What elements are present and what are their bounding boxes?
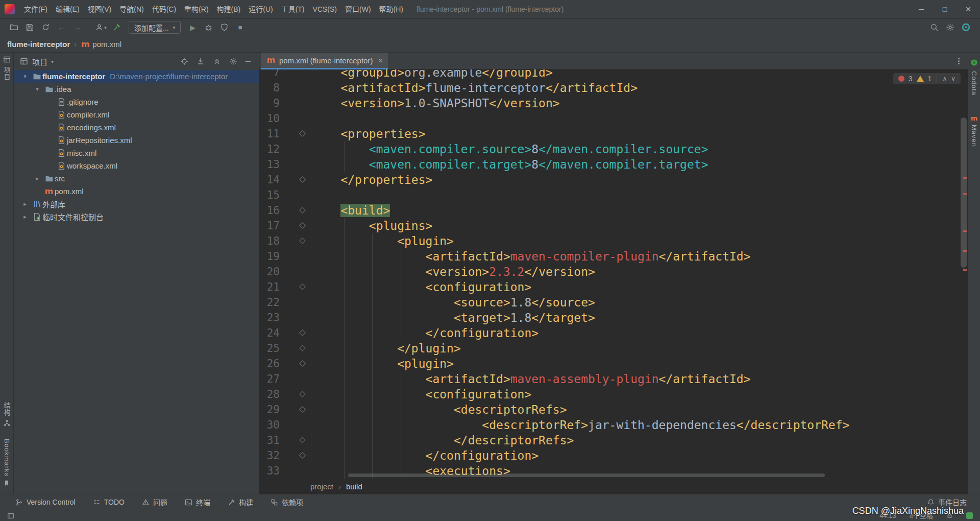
settings-gear-icon[interactable] xyxy=(943,21,957,34)
back-button[interactable]: ← xyxy=(55,21,68,34)
user-profile-button[interactable]: ▾ xyxy=(94,21,108,34)
menu-item-7[interactable]: 运行(U) xyxy=(244,0,277,18)
scroll-from-source-button[interactable] xyxy=(197,57,205,65)
tab-pom-xml[interactable]: m pom.xml (flume-interceptor) × xyxy=(261,53,388,69)
codota-icon[interactable] xyxy=(968,59,980,66)
code-line[interactable] xyxy=(312,111,849,126)
code-line[interactable]: </configuration> xyxy=(312,448,849,463)
build-hammer-icon[interactable] xyxy=(110,21,124,34)
chevron-right-icon[interactable]: ▸ xyxy=(19,201,31,207)
code-line[interactable]: <artifactId>flume-interceptor</artifactI… xyxy=(312,80,849,96)
hide-panel-button[interactable]: ─ xyxy=(246,57,251,65)
tool-button-build[interactable]: 构建 xyxy=(228,497,253,507)
close-tab-icon[interactable]: × xyxy=(378,56,383,65)
menu-item-2[interactable]: 视图(V) xyxy=(84,0,116,18)
code-line[interactable]: <maven.compiler.source>8</maven.compiler… xyxy=(312,141,849,157)
code-line[interactable]: </configuration> xyxy=(312,325,849,341)
fold-marker-icon[interactable] xyxy=(299,130,306,137)
editor-content[interactable]: 7891011121314151617181920212223242526272… xyxy=(259,69,968,479)
next-error-button[interactable]: ∨ xyxy=(951,75,955,82)
codota-status-icon[interactable] xyxy=(966,512,973,519)
fold-marker-icon[interactable] xyxy=(299,406,306,413)
code-line[interactable]: <version>1.0-SNAPSHOT</version> xyxy=(312,96,849,111)
code-line[interactable]: <artifactId>maven-assembly-plugin</artif… xyxy=(312,371,849,387)
search-everywhere-button[interactable] xyxy=(927,21,941,34)
minimize-button[interactable]: ─ xyxy=(910,0,933,18)
code-line[interactable]: </descriptorRefs> xyxy=(312,433,849,448)
error-stripe-mark[interactable] xyxy=(963,230,967,232)
project-panel-title[interactable]: 项目 xyxy=(32,56,47,67)
tree-item-root[interactable]: ▾flume-interceptorD:\maven-project\flume… xyxy=(14,70,259,83)
tool-button-terminal[interactable]: 终端 xyxy=(185,497,210,507)
code-line[interactable]: <configuration> xyxy=(312,279,849,295)
error-stripe-mark[interactable] xyxy=(963,193,967,195)
locate-file-button[interactable] xyxy=(180,57,188,65)
code-line[interactable]: <plugin> xyxy=(312,356,849,371)
code-line[interactable]: <properties> xyxy=(312,126,849,141)
code-line[interactable]: </properties> xyxy=(312,172,849,187)
menu-item-1[interactable]: 编辑(E) xyxy=(52,0,84,18)
chevron-right-icon[interactable]: ▸ xyxy=(19,214,31,220)
fold-marker-icon[interactable] xyxy=(299,238,306,244)
collapse-all-button[interactable] xyxy=(213,57,221,65)
maximize-button[interactable]: □ xyxy=(933,0,957,18)
tree-item-scratches[interactable]: ▸临时文件和控制台 xyxy=(14,210,259,223)
horizontal-scrollbar[interactable] xyxy=(348,473,825,477)
menu-item-4[interactable]: 代码(C) xyxy=(148,0,180,18)
code-line[interactable]: <plugins> xyxy=(312,218,849,233)
tool-button-todo[interactable]: TODO xyxy=(93,498,125,506)
tool-window-layout-icon[interactable] xyxy=(7,512,14,519)
tool-stripe-bookmarks[interactable]: Bookmarks xyxy=(0,439,13,487)
tree-item-external-libraries[interactable]: ▸外部库 xyxy=(14,198,259,210)
code-line[interactable]: <version>2.3.2</version> xyxy=(312,264,849,279)
vertical-scrollbar[interactable] xyxy=(961,117,967,268)
code-line[interactable]: </plugin> xyxy=(312,341,849,356)
code-line[interactable]: <descriptorRef>jar-with-dependencies</de… xyxy=(312,417,849,433)
menu-item-9[interactable]: VCS(S) xyxy=(309,0,341,18)
fold-marker-icon[interactable] xyxy=(299,207,306,214)
tree-item-idea-folder[interactable]: ▾.idea xyxy=(14,83,259,96)
breadcrumb-tag-project[interactable]: project xyxy=(310,482,333,491)
breadcrumb-project[interactable]: flume-interceptor xyxy=(7,40,70,49)
open-button[interactable] xyxy=(7,21,21,34)
tool-button-version-control[interactable]: Version Control xyxy=(15,498,76,506)
panel-settings-gear-icon[interactable] xyxy=(229,57,237,65)
fold-marker-icon[interactable] xyxy=(299,329,306,336)
tool-stripe-maven[interactable]: m Maven xyxy=(968,115,980,147)
forward-button[interactable]: → xyxy=(70,21,84,34)
breadcrumb-tag-build[interactable]: build xyxy=(346,482,362,491)
chevron-down-icon[interactable]: ▾ xyxy=(31,86,43,92)
code-line[interactable]: <maven.compiler.target>8</maven.compiler… xyxy=(312,157,849,172)
menu-item-6[interactable]: 构建(B) xyxy=(213,0,245,18)
tree-item-misc-xml[interactable]: misc.xml xyxy=(14,147,259,159)
fold-marker-icon[interactable] xyxy=(299,176,306,183)
error-stripe-mark[interactable] xyxy=(963,177,967,179)
stop-button[interactable]: ■ xyxy=(233,21,247,34)
tool-stripe-codota[interactable]: Codota xyxy=(968,71,980,96)
tree-item-jarrepositories-xml[interactable]: jarRepositories.xml xyxy=(14,134,259,147)
fold-marker-icon[interactable] xyxy=(299,345,306,351)
tool-stripe-structure[interactable]: 结构 xyxy=(0,402,13,427)
menu-item-3[interactable]: 导航(N) xyxy=(115,0,148,18)
tool-button-problems[interactable]: 问题 xyxy=(142,497,167,507)
code-line[interactable]: <build> xyxy=(312,203,849,218)
close-button[interactable]: × xyxy=(957,0,980,18)
fold-marker-icon[interactable] xyxy=(299,283,306,290)
menu-item-5[interactable]: 重构(R) xyxy=(180,0,212,18)
inspection-widget[interactable]: 3 1 ∧ ∨ xyxy=(893,73,961,84)
sync-icon[interactable] xyxy=(39,21,53,34)
tree-item-src[interactable]: ▸src xyxy=(14,172,259,185)
tree-item-pom-xml[interactable]: mpom.xml xyxy=(14,185,259,198)
menu-item-0[interactable]: 文件(F) xyxy=(20,0,52,18)
error-stripe-mark[interactable] xyxy=(963,250,967,252)
tree-item-compiler-xml[interactable]: compiler.xml xyxy=(14,108,259,121)
code-line[interactable]: <artifactId>maven-compiler-plugin</artif… xyxy=(312,249,849,264)
tree-item-encodings-xml[interactable]: encodings.xml xyxy=(14,121,259,134)
fold-marker-icon[interactable] xyxy=(299,222,306,229)
save-button[interactable] xyxy=(23,21,37,34)
menu-item-11[interactable]: 帮助(H) xyxy=(375,0,407,18)
menu-item-8[interactable]: 工具(T) xyxy=(277,0,309,18)
tool-stripe-project[interactable]: 项目 xyxy=(0,56,13,81)
fold-marker-icon[interactable] xyxy=(299,360,306,367)
fold-marker-icon[interactable] xyxy=(299,391,306,397)
